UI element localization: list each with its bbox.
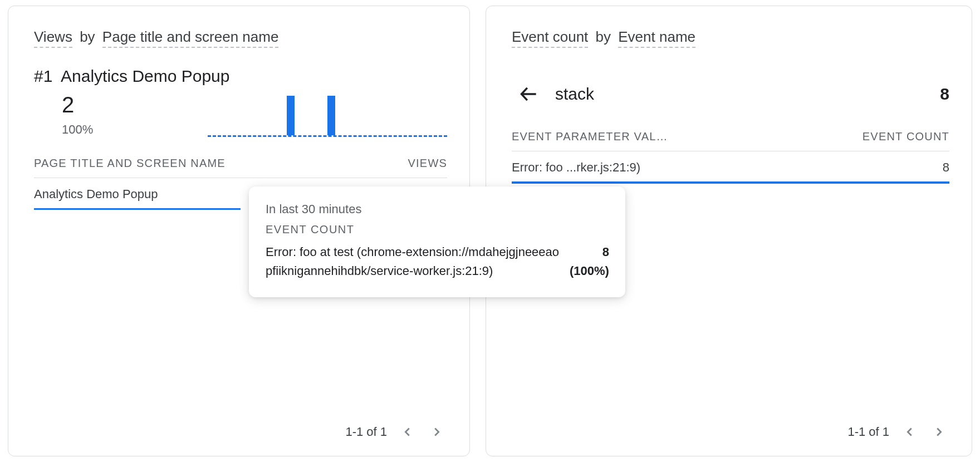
arrow-left-icon[interactable]	[518, 83, 540, 105]
top-item-name: Analytics Demo Popup	[61, 67, 447, 86]
views-card-title[interactable]: Views by Page title and screen name	[34, 28, 447, 50]
views-col-metric: VIEWS	[408, 157, 447, 170]
views-pager: 1-1 of 1	[34, 417, 447, 443]
chevron-right-icon[interactable]	[428, 424, 445, 440]
selected-event-name: stack	[555, 85, 924, 104]
events-table-header: EVENT PARAMETER VAL… EVENT COUNT	[512, 115, 949, 151]
tooltip-label: EVENT COUNT	[266, 223, 610, 236]
views-card: Views by Page title and screen name #1 A…	[8, 6, 470, 456]
views-table-header: PAGE TITLE AND SCREEN NAME VIEWS	[34, 141, 447, 178]
top-item-row: #1 Analytics Demo Popup 2 100%	[34, 67, 447, 137]
tooltip-timeframe: In last 30 minutes	[266, 202, 610, 217]
events-row-value: 8	[943, 160, 949, 175]
tooltip: In last 30 minutes EVENT COUNT Error: fo…	[249, 186, 625, 297]
table-row[interactable]: Error: foo ...rker.js:21:9) 8	[512, 151, 949, 184]
events-col-dim: EVENT PARAMETER VAL…	[512, 130, 668, 143]
views-dimension[interactable]: Page title and screen name	[102, 28, 279, 48]
selected-event-header: stack 8	[518, 83, 949, 105]
views-col-dim: PAGE TITLE AND SCREEN NAME	[34, 157, 226, 170]
sparkline-bar	[287, 96, 295, 135]
views-metric[interactable]: Views	[34, 28, 72, 48]
sparkline-chart	[208, 96, 447, 137]
table-row[interactable]: Analytics Demo Popup	[34, 178, 241, 210]
events-col-metric: EVENT COUNT	[863, 130, 949, 143]
events-metric[interactable]: Event count	[512, 28, 588, 48]
selected-event-count: 8	[940, 85, 949, 104]
top-item-value: 2	[62, 94, 93, 116]
sparkline-bar	[327, 96, 335, 135]
pager-label: 1-1 of 1	[345, 425, 387, 439]
chevron-left-icon[interactable]	[399, 424, 416, 440]
events-dimension[interactable]: Event name	[618, 28, 695, 48]
tooltip-count: 8	[570, 243, 609, 262]
tooltip-text: Error: foo at test (chrome-extension://m…	[266, 243, 561, 281]
tooltip-pct: (100%)	[570, 262, 609, 281]
chevron-right-icon[interactable]	[930, 424, 947, 440]
title-connector: by	[80, 28, 95, 45]
sparkline	[208, 96, 447, 137]
events-pager: 1-1 of 1	[512, 417, 949, 443]
chevron-left-icon[interactable]	[901, 424, 918, 440]
views-row-name: Analytics Demo Popup	[34, 187, 158, 201]
top-item-pct: 100%	[62, 122, 93, 137]
events-row-name: Error: foo ...rker.js:21:9)	[512, 160, 640, 175]
top-item-rank: #1	[34, 67, 61, 86]
pager-label: 1-1 of 1	[847, 425, 889, 439]
title-connector: by	[596, 28, 611, 45]
events-card-title[interactable]: Event count by Event name	[512, 28, 949, 50]
